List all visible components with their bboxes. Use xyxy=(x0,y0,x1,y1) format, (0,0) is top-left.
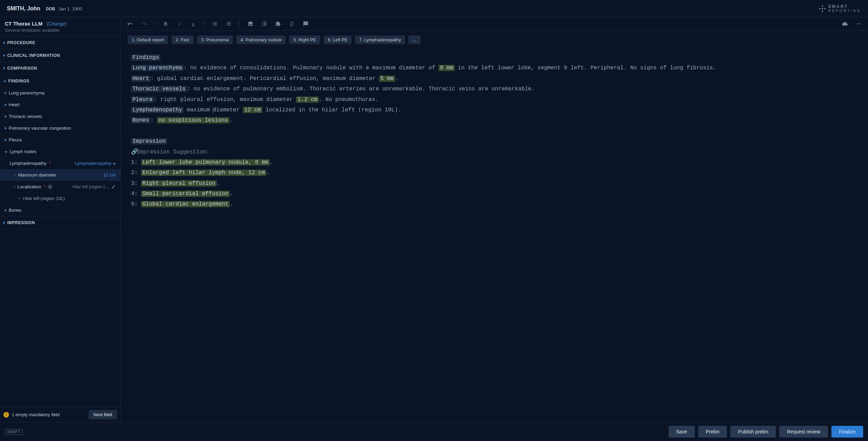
toolbar: B i u xyxy=(121,17,868,31)
pleura-label: Pleura xyxy=(131,97,154,103)
validation-warning: ! 1 empty mandatory field xyxy=(3,412,60,418)
chevron-right-icon xyxy=(3,66,5,71)
more-button[interactable] xyxy=(856,21,862,27)
chip-fast[interactable]: 2. Fast xyxy=(171,36,194,44)
chevron-right-icon xyxy=(5,126,7,131)
svg-rect-1 xyxy=(822,8,823,9)
logo-icon xyxy=(819,5,826,12)
lymphadenopathy-field[interactable]: Lymphadenopathy* Lymphadenopathy xyxy=(0,158,120,169)
required-asterisk: * xyxy=(49,161,51,166)
chevron-right-icon xyxy=(3,53,5,58)
sidebar: CT Thorax LLM (Change) Several templates… xyxy=(0,17,121,422)
numbered-list-button[interactable] xyxy=(226,21,232,27)
svg-rect-0 xyxy=(822,5,823,7)
chip-lymphadenopathy[interactable]: 7. Lymphadenopathy xyxy=(355,36,405,44)
logo-text-2: REPORTING xyxy=(828,9,861,13)
template-title: CT Thorax LLM xyxy=(5,21,42,27)
chevron-right-icon xyxy=(5,137,7,142)
impression-heading: Impression xyxy=(131,138,167,144)
refresh-button[interactable] xyxy=(289,21,295,27)
image-button[interactable] xyxy=(247,21,254,27)
chip-pneumonia[interactable]: 3. Pneumonia xyxy=(197,36,233,44)
next-field-button[interactable]: Next field xyxy=(89,410,117,419)
chip-more[interactable]: ... xyxy=(408,36,421,44)
section-comparison[interactable]: COMPARISON xyxy=(0,62,120,74)
report-body[interactable]: Findings Lung parenchyma: no evidence of… xyxy=(121,49,868,422)
localization-value-item[interactable]: •Hilar left (region 10L) xyxy=(0,193,120,204)
svg-rect-2 xyxy=(822,10,823,12)
italic-button[interactable]: i xyxy=(176,21,183,27)
bullet-list-button[interactable] xyxy=(212,21,218,27)
section-findings[interactable]: FINDINGS xyxy=(0,75,120,87)
section-impression[interactable]: IMPRESSION xyxy=(0,217,120,229)
lung-parenchyma-label: Lung parenchyma xyxy=(131,65,184,71)
finding-heart[interactable]: Heart xyxy=(0,99,120,111)
sidebar-footer: ! 1 empty mandatory field Next field xyxy=(0,407,120,422)
svg-rect-4 xyxy=(824,8,826,9)
warning-icon: ! xyxy=(3,412,9,418)
lymphadenopathy-label: Lymphadenopathy xyxy=(131,107,184,113)
finding-lymph-nodes[interactable]: Lymph nodes xyxy=(0,146,120,158)
prelim-button[interactable]: Prelim xyxy=(698,426,727,438)
bold-button[interactable]: B xyxy=(162,21,169,27)
template-subtitle: Several templates available xyxy=(5,28,116,33)
finalize-button[interactable]: Finalize xyxy=(831,426,863,438)
dob-value: Jan 1, 1900 xyxy=(59,6,82,11)
underline-button[interactable]: u xyxy=(190,21,196,27)
chevron-down-icon xyxy=(3,79,6,83)
svg-rect-3 xyxy=(819,8,821,9)
chip-left-pe[interactable]: 6. Left PE xyxy=(324,36,352,44)
chevron-right-icon xyxy=(3,220,5,225)
max-diameter-field[interactable]: •Maximum diameter 12 cm xyxy=(0,169,120,181)
template-chips: 1. Default report 2. Fast 3. Pneumonia 4… xyxy=(121,31,868,49)
localization-field[interactable]: • Localization * i Hilar left (region 1… xyxy=(0,181,120,193)
finding-thoracic-vessels[interactable]: Thoracic vessels xyxy=(0,111,120,122)
finding-lung-parenchyma[interactable]: Lung parenchyma xyxy=(0,87,120,99)
chevron-right-icon xyxy=(3,40,5,45)
section-clinical-information[interactable]: CLINICAL INFORMATION xyxy=(0,49,120,62)
lung-value: 8 mm xyxy=(438,65,454,71)
chip-default-report[interactable]: 1. Default report xyxy=(128,36,168,44)
chip-pulmonary-nodule[interactable]: 4. Pulmonary nodule xyxy=(236,36,286,44)
pleura-value: 1.2 cm xyxy=(296,97,319,103)
save-button[interactable]: Save xyxy=(669,426,695,438)
heart-label: Heart xyxy=(131,76,150,82)
extension-button[interactable] xyxy=(275,21,281,27)
chevron-right-icon xyxy=(5,114,7,119)
report-tree: PROCEDURE CLINICAL INFORMATION COMPARISO… xyxy=(0,37,120,407)
publish-prelim-button[interactable]: Publish prelim xyxy=(730,426,776,438)
change-template-link[interactable]: (Change) xyxy=(47,21,67,27)
finding-pleura[interactable]: Pleura xyxy=(0,134,120,146)
finding-bones[interactable]: Bones xyxy=(0,204,120,216)
info-icon[interactable]: i xyxy=(48,184,52,189)
chevron-right-icon xyxy=(5,90,7,96)
header: SMITH, John DOB Jan 1, 1900 SMART REPORT… xyxy=(0,0,868,17)
logo: SMART REPORTING xyxy=(819,4,861,13)
indent-button[interactable] xyxy=(261,21,267,27)
draft-badge: DRAFT xyxy=(5,429,23,435)
undo-button[interactable] xyxy=(127,21,133,27)
comment-button[interactable] xyxy=(303,21,309,27)
bones-label: Bones xyxy=(131,117,150,123)
request-review-button[interactable]: Request review xyxy=(779,426,828,438)
bones-value: no suspicious lesions xyxy=(157,117,229,123)
chip-right-pe[interactable]: 5. Right PE xyxy=(289,36,320,44)
edit-icon[interactable] xyxy=(111,185,116,189)
thoracic-vessels-label: Thoracic vessels xyxy=(131,86,187,92)
patient-name: SMITH, John xyxy=(7,6,40,12)
chevron-down-icon xyxy=(113,161,116,166)
required-asterisk: * xyxy=(44,184,46,189)
section-procedure[interactable]: PROCEDURE xyxy=(0,37,120,49)
chevron-right-icon xyxy=(5,102,7,107)
patient-info: SMITH, John DOB Jan 1, 1900 xyxy=(7,6,82,12)
cloud-button[interactable] xyxy=(842,21,848,27)
lymph-value: 12 cm xyxy=(243,107,262,113)
chevron-down-icon xyxy=(5,149,8,154)
chevron-right-icon xyxy=(5,208,7,213)
editor-area: B i u 1. Default report 2. Fast 3. xyxy=(121,17,868,422)
findings-heading: Findings xyxy=(131,54,160,61)
finding-pulmonary-vascular-congestion[interactable]: Pulmonary vascular congestion xyxy=(0,122,120,134)
redo-button[interactable] xyxy=(141,21,147,27)
footer-actions: Save Prelim Publish prelim Request revie… xyxy=(669,426,863,438)
footer: DRAFT Save Prelim Publish prelim Request… xyxy=(0,422,868,441)
